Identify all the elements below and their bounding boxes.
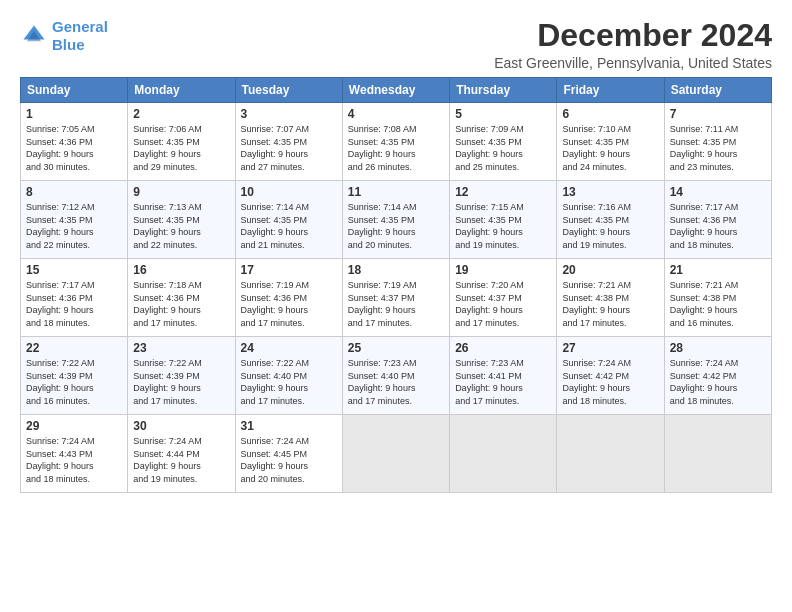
day-info: Sunrise: 7:23 AM Sunset: 4:40 PM Dayligh… [348, 357, 444, 407]
calendar-week-3: 15Sunrise: 7:17 AM Sunset: 4:36 PM Dayli… [21, 259, 772, 337]
day-number: 26 [455, 341, 551, 355]
calendar-day: 29Sunrise: 7:24 AM Sunset: 4:43 PM Dayli… [21, 415, 128, 493]
calendar-day: 18Sunrise: 7:19 AM Sunset: 4:37 PM Dayli… [342, 259, 449, 337]
calendar-day: 7Sunrise: 7:11 AM Sunset: 4:35 PM Daylig… [664, 103, 771, 181]
day-number: 31 [241, 419, 337, 433]
calendar-day: 27Sunrise: 7:24 AM Sunset: 4:42 PM Dayli… [557, 337, 664, 415]
calendar-day: 26Sunrise: 7:23 AM Sunset: 4:41 PM Dayli… [450, 337, 557, 415]
calendar-day: 25Sunrise: 7:23 AM Sunset: 4:40 PM Dayli… [342, 337, 449, 415]
day-number: 4 [348, 107, 444, 121]
day-info: Sunrise: 7:11 AM Sunset: 4:35 PM Dayligh… [670, 123, 766, 173]
calendar-week-1: 1Sunrise: 7:05 AM Sunset: 4:36 PM Daylig… [21, 103, 772, 181]
calendar-day [557, 415, 664, 493]
day-info: Sunrise: 7:22 AM Sunset: 4:40 PM Dayligh… [241, 357, 337, 407]
calendar-day: 5Sunrise: 7:09 AM Sunset: 4:35 PM Daylig… [450, 103, 557, 181]
calendar-day: 13Sunrise: 7:16 AM Sunset: 4:35 PM Dayli… [557, 181, 664, 259]
calendar-day: 11Sunrise: 7:14 AM Sunset: 4:35 PM Dayli… [342, 181, 449, 259]
calendar-header-row: Sunday Monday Tuesday Wednesday Thursday… [21, 78, 772, 103]
day-info: Sunrise: 7:05 AM Sunset: 4:36 PM Dayligh… [26, 123, 122, 173]
calendar-day [342, 415, 449, 493]
col-thursday: Thursday [450, 78, 557, 103]
calendar-day [664, 415, 771, 493]
calendar-day: 30Sunrise: 7:24 AM Sunset: 4:44 PM Dayli… [128, 415, 235, 493]
title-block: December 2024 East Greenville, Pennsylva… [494, 18, 772, 71]
calendar-day: 6Sunrise: 7:10 AM Sunset: 4:35 PM Daylig… [557, 103, 664, 181]
day-info: Sunrise: 7:22 AM Sunset: 4:39 PM Dayligh… [133, 357, 229, 407]
calendar-day: 1Sunrise: 7:05 AM Sunset: 4:36 PM Daylig… [21, 103, 128, 181]
day-number: 10 [241, 185, 337, 199]
day-info: Sunrise: 7:12 AM Sunset: 4:35 PM Dayligh… [26, 201, 122, 251]
calendar-day: 14Sunrise: 7:17 AM Sunset: 4:36 PM Dayli… [664, 181, 771, 259]
logo-text: General Blue [52, 18, 108, 54]
col-wednesday: Wednesday [342, 78, 449, 103]
subtitle: East Greenville, Pennsylvania, United St… [494, 55, 772, 71]
day-number: 17 [241, 263, 337, 277]
day-number: 15 [26, 263, 122, 277]
calendar-day: 28Sunrise: 7:24 AM Sunset: 4:42 PM Dayli… [664, 337, 771, 415]
day-number: 29 [26, 419, 122, 433]
day-info: Sunrise: 7:19 AM Sunset: 4:36 PM Dayligh… [241, 279, 337, 329]
calendar-day: 4Sunrise: 7:08 AM Sunset: 4:35 PM Daylig… [342, 103, 449, 181]
day-number: 20 [562, 263, 658, 277]
day-number: 2 [133, 107, 229, 121]
col-saturday: Saturday [664, 78, 771, 103]
calendar-day: 20Sunrise: 7:21 AM Sunset: 4:38 PM Dayli… [557, 259, 664, 337]
day-number: 28 [670, 341, 766, 355]
day-info: Sunrise: 7:06 AM Sunset: 4:35 PM Dayligh… [133, 123, 229, 173]
day-number: 16 [133, 263, 229, 277]
day-info: Sunrise: 7:17 AM Sunset: 4:36 PM Dayligh… [26, 279, 122, 329]
calendar-day: 8Sunrise: 7:12 AM Sunset: 4:35 PM Daylig… [21, 181, 128, 259]
day-number: 22 [26, 341, 122, 355]
day-number: 18 [348, 263, 444, 277]
day-info: Sunrise: 7:22 AM Sunset: 4:39 PM Dayligh… [26, 357, 122, 407]
calendar-day: 3Sunrise: 7:07 AM Sunset: 4:35 PM Daylig… [235, 103, 342, 181]
day-info: Sunrise: 7:08 AM Sunset: 4:35 PM Dayligh… [348, 123, 444, 173]
day-info: Sunrise: 7:15 AM Sunset: 4:35 PM Dayligh… [455, 201, 551, 251]
calendar-day: 9Sunrise: 7:13 AM Sunset: 4:35 PM Daylig… [128, 181, 235, 259]
day-info: Sunrise: 7:20 AM Sunset: 4:37 PM Dayligh… [455, 279, 551, 329]
header-row: General Blue December 2024 East Greenvil… [20, 18, 772, 71]
calendar-day: 22Sunrise: 7:22 AM Sunset: 4:39 PM Dayli… [21, 337, 128, 415]
day-number: 1 [26, 107, 122, 121]
calendar-day: 16Sunrise: 7:18 AM Sunset: 4:36 PM Dayli… [128, 259, 235, 337]
col-friday: Friday [557, 78, 664, 103]
calendar-day: 24Sunrise: 7:22 AM Sunset: 4:40 PM Dayli… [235, 337, 342, 415]
day-info: Sunrise: 7:16 AM Sunset: 4:35 PM Dayligh… [562, 201, 658, 251]
col-sunday: Sunday [21, 78, 128, 103]
day-number: 19 [455, 263, 551, 277]
calendar-page: General Blue December 2024 East Greenvil… [0, 0, 792, 612]
calendar-day: 23Sunrise: 7:22 AM Sunset: 4:39 PM Dayli… [128, 337, 235, 415]
day-info: Sunrise: 7:17 AM Sunset: 4:36 PM Dayligh… [670, 201, 766, 251]
day-number: 24 [241, 341, 337, 355]
calendar-day: 17Sunrise: 7:19 AM Sunset: 4:36 PM Dayli… [235, 259, 342, 337]
calendar-day: 19Sunrise: 7:20 AM Sunset: 4:37 PM Dayli… [450, 259, 557, 337]
calendar-week-2: 8Sunrise: 7:12 AM Sunset: 4:35 PM Daylig… [21, 181, 772, 259]
day-number: 3 [241, 107, 337, 121]
calendar-table: Sunday Monday Tuesday Wednesday Thursday… [20, 77, 772, 493]
day-number: 23 [133, 341, 229, 355]
day-number: 14 [670, 185, 766, 199]
calendar-day: 10Sunrise: 7:14 AM Sunset: 4:35 PM Dayli… [235, 181, 342, 259]
calendar-day: 15Sunrise: 7:17 AM Sunset: 4:36 PM Dayli… [21, 259, 128, 337]
day-info: Sunrise: 7:24 AM Sunset: 4:43 PM Dayligh… [26, 435, 122, 485]
day-number: 27 [562, 341, 658, 355]
day-number: 13 [562, 185, 658, 199]
calendar-week-4: 22Sunrise: 7:22 AM Sunset: 4:39 PM Dayli… [21, 337, 772, 415]
calendar-day: 2Sunrise: 7:06 AM Sunset: 4:35 PM Daylig… [128, 103, 235, 181]
calendar-week-5: 29Sunrise: 7:24 AM Sunset: 4:43 PM Dayli… [21, 415, 772, 493]
day-info: Sunrise: 7:24 AM Sunset: 4:42 PM Dayligh… [670, 357, 766, 407]
day-info: Sunrise: 7:19 AM Sunset: 4:37 PM Dayligh… [348, 279, 444, 329]
day-number: 5 [455, 107, 551, 121]
day-info: Sunrise: 7:23 AM Sunset: 4:41 PM Dayligh… [455, 357, 551, 407]
day-info: Sunrise: 7:10 AM Sunset: 4:35 PM Dayligh… [562, 123, 658, 173]
day-info: Sunrise: 7:18 AM Sunset: 4:36 PM Dayligh… [133, 279, 229, 329]
day-number: 7 [670, 107, 766, 121]
day-number: 21 [670, 263, 766, 277]
day-info: Sunrise: 7:21 AM Sunset: 4:38 PM Dayligh… [562, 279, 658, 329]
day-number: 25 [348, 341, 444, 355]
col-monday: Monday [128, 78, 235, 103]
logo-line1: General [52, 18, 108, 35]
day-number: 8 [26, 185, 122, 199]
calendar-day: 31Sunrise: 7:24 AM Sunset: 4:45 PM Dayli… [235, 415, 342, 493]
day-info: Sunrise: 7:14 AM Sunset: 4:35 PM Dayligh… [348, 201, 444, 251]
